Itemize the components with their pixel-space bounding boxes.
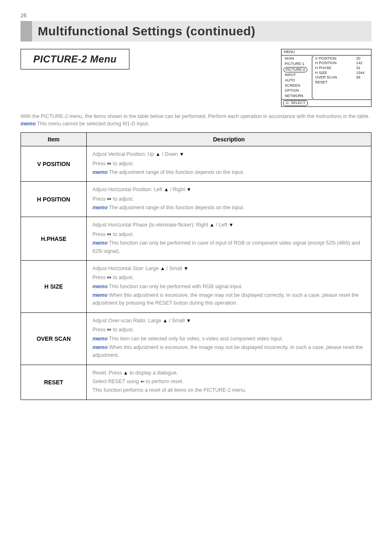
desc-hposition: Adjust Horizontal Position: Left ▲ / Rig…: [87, 182, 371, 217]
memo-label: memo: [92, 205, 108, 210]
up-icon: ▲: [164, 187, 169, 192]
table-row-reset: RESET Reset: Press ▲ to display a dialog…: [21, 365, 371, 400]
table-row-vposition: V POSITION Adjust Vertical Position: Up …: [21, 146, 371, 182]
osd-header: MENU: [281, 49, 371, 55]
osd-right-label: H SIZE: [315, 71, 356, 76]
osd-right-label: RESET: [315, 80, 356, 85]
osd-right-value: 95: [356, 75, 369, 80]
osd-item-auto: AUTO: [284, 78, 312, 83]
desc-overscan: Adjust Over-scan Ratio: Large ▲ / Small …: [87, 312, 371, 365]
osd-right-label: OVER SCAN: [315, 75, 356, 80]
title-accent: [21, 21, 32, 42]
intro-memo-text: This menu cannot be selected during M1-D…: [36, 121, 149, 127]
item-vposition: V POSITION: [21, 146, 87, 182]
osd-right-label: V POSITION: [315, 56, 356, 61]
leftright-icon: ⇔: [107, 196, 111, 202]
osd-bracket: [312, 56, 314, 99]
osd-right-label: H POSITION: [315, 61, 356, 66]
osd-item-screen: SCREEN: [284, 83, 312, 88]
osd-right-value: 142: [356, 61, 369, 66]
osd-item-picture1: PICTURE-1: [284, 61, 312, 67]
down-icon: ▼: [186, 318, 191, 324]
up-icon: ▲: [210, 222, 214, 228]
intro-line1: With the PICTURE-2 menu, the items shown…: [21, 113, 371, 120]
osd-right-value: 1344: [356, 71, 369, 76]
item-overscan: OVER SCAN: [21, 312, 87, 365]
osd-panel: MENU MAIN PICTURE-1 PICTURE-2 INPUT AUTO…: [281, 49, 371, 107]
left-icon: ⇐: [141, 379, 145, 384]
osd-left-column: MAIN PICTURE-1 PICTURE-2 INPUT AUTO SCRE…: [284, 56, 312, 99]
osd-right-value: [356, 80, 369, 85]
table-row-hsize: H SIZE Adjust Horizontal Size: Large ▲ /…: [21, 260, 371, 312]
osd-item-picture2: PICTURE-2: [284, 67, 307, 73]
memo-label: memo: [92, 344, 108, 350]
up-icon: ▲: [123, 370, 128, 376]
up-icon: ▲: [156, 151, 161, 157]
leftright-icon: ⇔: [107, 274, 111, 280]
memo-label: memo: [21, 121, 36, 127]
leftright-icon: ⇔: [107, 160, 111, 166]
up-icon: ▲: [163, 318, 168, 324]
memo-label: memo: [92, 292, 108, 298]
desc-vposition: Adjust Vertical Position: Up ▲ / Down ▼ …: [87, 146, 371, 182]
desc-hphase: Adjust Horizontal Phase (to eliminate fl…: [87, 217, 371, 261]
desc-hsize: Adjust Horizontal Size: Large ▲ / Small …: [87, 260, 371, 312]
memo-label: memo: [92, 240, 108, 246]
memo-label: memo: [92, 336, 108, 342]
table-row-hposition: H POSITION Adjust Horizontal Position: L…: [21, 182, 371, 217]
osd-right-label: H PHASE: [315, 66, 356, 71]
osd-right-value: 31: [356, 66, 369, 71]
intro-text: With the PICTURE-2 menu, the items shown…: [21, 113, 371, 127]
osd-footer: ⊙: SELECT: [281, 99, 371, 106]
col-desc: Description: [87, 133, 371, 146]
osd-item-input: INPUT: [284, 73, 312, 78]
title-bar: Multifunctional Settings (continued): [21, 21, 371, 42]
leftright-icon: ⇔: [107, 326, 111, 333]
col-item: Item: [21, 133, 87, 146]
section-title: PICTURE-2 Menu: [21, 49, 129, 69]
title: Multifunctional Settings (continued): [32, 21, 371, 42]
item-hposition: H POSITION: [21, 182, 87, 217]
leftright-icon: ⇔: [107, 231, 111, 237]
down-icon: ▼: [179, 151, 184, 157]
page-number: 26: [21, 12, 371, 18]
settings-table: Item Description V POSITION Adjust Verti…: [21, 132, 371, 400]
item-hsize: H SIZE: [21, 260, 87, 312]
memo-label: memo: [92, 284, 108, 289]
item-hphase: H.PHASE: [21, 217, 87, 261]
osd-item-network: NETWORK: [284, 94, 312, 99]
item-reset: RESET: [21, 365, 87, 400]
osd-item-option: OPTION: [284, 88, 312, 94]
up-icon: ▲: [160, 266, 165, 271]
desc-reset: Reset: Press ▲ to display a dialogue. Se…: [87, 365, 371, 400]
table-row-overscan: OVER SCAN Adjust Over-scan Ratio: Large …: [21, 312, 371, 365]
osd-item-main: MAIN: [284, 56, 312, 62]
down-icon: ▼: [228, 222, 233, 228]
down-icon: ▼: [184, 266, 189, 271]
memo-label: memo: [92, 169, 108, 175]
osd-right-value: 20: [356, 56, 369, 61]
table-row-hphase: H.PHASE Adjust Horizontal Phase (to elim…: [21, 217, 371, 261]
osd-right-column: V POSITION20 H POSITION142 H PHASE31 H S…: [315, 56, 369, 99]
down-icon: ▼: [187, 187, 191, 192]
